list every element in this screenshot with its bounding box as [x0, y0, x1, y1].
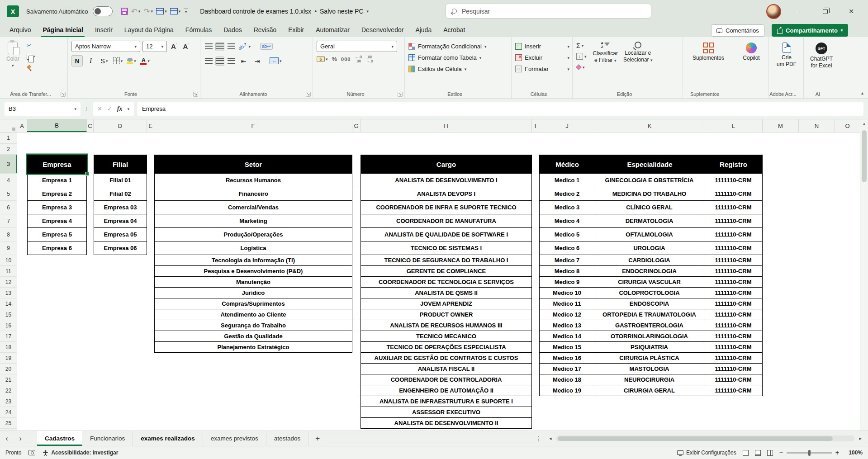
- format-painter-button[interactable]: [27, 63, 35, 72]
- row-header[interactable]: 24: [0, 407, 17, 418]
- insert-cells-button[interactable]: Inserir▾: [515, 41, 569, 52]
- decrease-indent-button[interactable]: ⇤: [238, 55, 249, 66]
- medico-cell[interactable]: Medico 19: [540, 385, 595, 396]
- copilot-button[interactable]: Copilot: [737, 42, 766, 62]
- empresa-header-cell-selected[interactable]: Empresa: [27, 155, 87, 174]
- medico-cell[interactable]: Medico 7: [540, 255, 595, 265]
- column-header[interactable]: C: [87, 119, 94, 132]
- column-header[interactable]: G: [352, 119, 360, 132]
- select-all-corner[interactable]: [0, 119, 17, 132]
- empresa-cell[interactable]: Empresa 1: [27, 174, 87, 187]
- filial-cell[interactable]: Filial 02: [94, 187, 147, 201]
- registro-header-cell[interactable]: Registro: [704, 161, 763, 168]
- row-header[interactable]: 23: [0, 396, 17, 407]
- especialidade-cell[interactable]: CIRURGIA GERAL: [595, 385, 704, 396]
- especialidade-cell[interactable]: NEUROCIRURGIA: [595, 374, 704, 385]
- zoom-level[interactable]: 100%: [845, 450, 863, 456]
- ribbon-tab[interactable]: Dados: [218, 23, 247, 37]
- filial-header-cell[interactable]: Filial: [94, 155, 147, 174]
- row-header[interactable]: 19: [0, 353, 17, 364]
- fill-button[interactable]: ↓▾: [576, 52, 587, 61]
- setor-cell[interactable]: Gestão da Qualidade: [154, 331, 352, 342]
- ribbon-tab[interactable]: Fórmulas: [180, 23, 218, 37]
- paste-button[interactable]: Colar▾: [4, 41, 22, 72]
- sheet-tab-options-icon[interactable]: ⋮: [533, 435, 545, 442]
- maximize-button[interactable]: [814, 0, 836, 23]
- drag-handle-icon[interactable]: ⋮: [84, 105, 90, 112]
- especialidade-cell[interactable]: ENDOCRINOLOGIA: [595, 266, 704, 276]
- row-header[interactable]: 12: [0, 277, 17, 288]
- ribbon-tab[interactable]: Inserir: [89, 23, 119, 37]
- especialidade-cell[interactable]: UROLOGIA: [595, 241, 704, 255]
- redo-button[interactable]: ↷▾: [143, 7, 153, 16]
- row-header[interactable]: 8: [0, 228, 17, 241]
- cargo-cell[interactable]: COORDENADOR DE CONTROLADORIA: [360, 374, 532, 385]
- registro-cell[interactable]: 1111110-CRM: [704, 309, 763, 320]
- page-break-view-button[interactable]: [767, 450, 773, 456]
- especialidade-cell[interactable]: GINECOLOGIA E OBSTETRÍCIA: [595, 174, 704, 187]
- setor-cell[interactable]: Manutenção: [154, 277, 352, 288]
- especialidade-cell[interactable]: OFTALMOLOGIA: [595, 228, 704, 241]
- ribbon-tab[interactable]: Exibir: [282, 23, 310, 37]
- sheet-tab[interactable]: exames realizados: [133, 431, 203, 446]
- font-size-select[interactable]: 12▾: [142, 41, 167, 52]
- empresa-cell[interactable]: Empresa 6: [27, 241, 87, 255]
- font-name-select[interactable]: Aptos Narrow▾: [71, 41, 140, 52]
- cargo-cell[interactable]: ANALISTA DE QSMS II: [360, 288, 532, 298]
- registro-cell[interactable]: 1111110-CRM: [704, 187, 763, 200]
- especialidade-cell[interactable]: PSIQUIATRIA: [595, 342, 704, 352]
- especialidade-cell[interactable]: CLÍNICO GERAL: [595, 201, 704, 214]
- cargo-cell[interactable]: ANALISTA DE DESENVOLVIMENTO II: [360, 418, 532, 429]
- ribbon-tab[interactable]: Página Inicial: [37, 23, 89, 37]
- conditional-formatting-button[interactable]: Formatação Condicional▾: [408, 41, 508, 52]
- avatar[interactable]: [766, 4, 781, 19]
- registro-cell[interactable]: 1111110-CRM: [704, 174, 763, 187]
- grow-font-button[interactable]: Aˆ: [169, 43, 179, 50]
- especialidade-cell[interactable]: CARDIOLOGIA: [595, 255, 704, 265]
- row-header[interactable]: 15: [0, 309, 17, 320]
- comments-button[interactable]: Comentários: [711, 24, 764, 37]
- vertical-scroll-thumb[interactable]: [862, 130, 867, 182]
- ribbon-tab[interactable]: Ajuda: [409, 23, 437, 37]
- row-header[interactable]: 13: [0, 288, 17, 298]
- ribbon-tab[interactable]: Layout da Página: [119, 23, 180, 37]
- page-layout-view-button[interactable]: [755, 450, 761, 456]
- sheet-tab[interactable]: atestados: [266, 431, 309, 446]
- confirm-entry-button[interactable]: ✓: [107, 105, 112, 112]
- zoom-in-button[interactable]: +: [835, 449, 839, 456]
- registro-cell[interactable]: 1111110-CRM: [704, 320, 763, 331]
- column-header[interactable]: M: [763, 119, 799, 132]
- row-header[interactable]: 16: [0, 320, 17, 331]
- row-header[interactable]: 1: [0, 132, 17, 144]
- search-input[interactable]: Pesquisar: [446, 4, 651, 19]
- increase-indent-button[interactable]: ⇥: [251, 55, 263, 66]
- horizontal-scrollbar[interactable]: [556, 435, 854, 441]
- vertical-scrollbar[interactable]: ▲: [860, 119, 868, 431]
- zoom-slider[interactable]: [787, 452, 832, 454]
- registro-cell[interactable]: 1111110-CRM: [704, 298, 763, 309]
- cargo-cell[interactable]: ANALISTA FISCAL II: [360, 364, 532, 374]
- medico-cell[interactable]: Medico 15: [540, 342, 595, 352]
- filial-cell[interactable]: Empresa 04: [94, 214, 147, 228]
- row-header[interactable]: 11: [0, 266, 17, 277]
- cancel-entry-button[interactable]: ✕: [97, 105, 102, 112]
- table-quick-button-2[interactable]: ▾: [170, 8, 181, 14]
- cell-styles-button[interactable]: Estilos de Célula▾: [408, 63, 508, 75]
- cut-button[interactable]: ✂: [27, 41, 35, 50]
- setor-cell[interactable]: Produção/Operações: [154, 228, 352, 241]
- row-header[interactable]: 18: [0, 342, 17, 353]
- ribbon-tab[interactable]: Desenvolvedor: [356, 23, 409, 37]
- registro-cell[interactable]: 1111110-CRM: [704, 228, 763, 241]
- create-pdf-button[interactable]: Crieum PDF: [773, 42, 801, 69]
- add-sheet-button[interactable]: +: [308, 431, 327, 446]
- sheet-tab[interactable]: Funcionarios: [82, 431, 133, 446]
- setor-cell[interactable]: Compras/Suprimentos: [154, 298, 352, 309]
- chatgpt-button[interactable]: GPT ChatGPTfor Excel: [807, 42, 835, 70]
- medico-cell[interactable]: Medico 6: [540, 241, 595, 255]
- column-header[interactable]: K: [595, 119, 704, 132]
- scroll-left-icon[interactable]: ◂: [549, 435, 552, 441]
- decrease-decimal-button[interactable]: .00→.0: [366, 55, 373, 63]
- zoom-out-button[interactable]: −: [779, 449, 783, 456]
- row-header[interactable]: 21: [0, 374, 17, 385]
- column-header[interactable]: A: [17, 119, 27, 132]
